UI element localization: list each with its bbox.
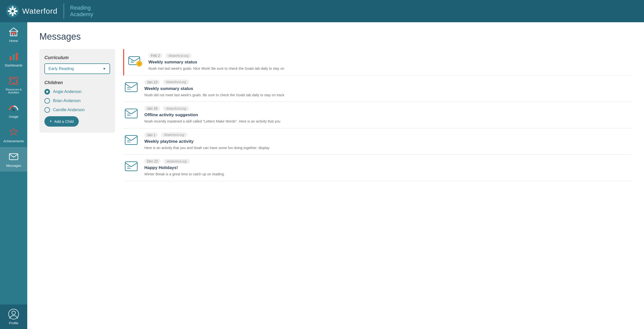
dropdown-arrow-icon: ▼ [102, 67, 106, 71]
svg-rect-40 [125, 162, 137, 171]
dashboards-icon [8, 51, 19, 62]
resources-icon [8, 75, 19, 86]
message-content-1: Jan 23 Waterford.org Weekly summary stat… [144, 80, 632, 98]
message-source-1: Waterford.org [163, 80, 189, 84]
message-content-3: Jan 1 Waterford.org Weekly playtime acti… [144, 132, 632, 151]
sidebar-item-messages[interactable]: Messages [0, 147, 27, 172]
sidebar-item-usage[interactable]: Usage [0, 98, 27, 123]
add-child-label: Add a Child [54, 119, 74, 124]
home-icon [8, 26, 19, 37]
message-preview-4: Winter Break is a great time to catch up… [144, 172, 632, 177]
page-title: Messages [39, 31, 632, 42]
add-child-button[interactable]: + Add a Child [44, 116, 79, 127]
message-date-0: Feb 2 [148, 53, 163, 58]
message-meta-2: Jan 16 Waterford.org [144, 106, 632, 111]
svg-rect-13 [13, 32, 14, 34]
message-icon-4 [123, 159, 139, 175]
svg-rect-12 [11, 32, 12, 34]
message-date-1: Jan 23 [144, 80, 160, 85]
message-meta-0: Feb 2 Waterford.org [148, 53, 632, 58]
sidebar-item-dashboards[interactable]: Dashboards [0, 47, 27, 71]
messages-icon [8, 151, 19, 162]
message-source-0: Waterford.org [166, 53, 192, 58]
message-item-2[interactable]: Jan 16 Waterford.org Offline activity su… [123, 102, 632, 128]
usage-icon [8, 102, 19, 113]
children-label: Children [44, 80, 110, 85]
sidebar: Home Dashboards Resources & Activiti [0, 22, 27, 329]
achievements-label: Achievements [3, 139, 24, 143]
svg-line-20 [12, 108, 14, 110]
home-label: Home [9, 39, 18, 43]
message-meta-1: Jan 23 Waterford.org [144, 80, 632, 85]
message-preview-2: Noah recently mastered a skill called "L… [144, 119, 632, 124]
message-preview-0: Noah met last week's goals. Nice Work! B… [148, 66, 632, 71]
svg-rect-17 [16, 53, 18, 60]
message-title-4: Happy Holidays! [144, 165, 632, 170]
achievements-icon [8, 127, 19, 138]
message-preview-3: Here is an activity that you and Noah ca… [144, 146, 632, 151]
message-content-0: Feb 2 Waterford.org Weekly summary statu… [148, 53, 632, 71]
message-icon-0 [127, 53, 143, 69]
main-layout: Home Dashboards Resources & Activiti [0, 22, 644, 329]
svg-point-9 [11, 10, 14, 12]
message-item-3[interactable]: Jan 1 Waterford.org Weekly playtime acti… [123, 128, 632, 155]
radio-angie[interactable] [44, 89, 50, 95]
messages-layout: Curriculum Early Reading ▼ Children Angi… [39, 49, 632, 181]
svg-rect-16 [13, 54, 15, 60]
plus-icon: + [49, 119, 52, 124]
sidebar-item-profile[interactable]: Profile [0, 304, 27, 329]
svg-point-4 [14, 10, 18, 12]
message-title-2: Offline activity suggestion [144, 112, 632, 118]
child-item-0[interactable]: Angie Anderson [44, 89, 110, 95]
curriculum-panel: Curriculum Early Reading ▼ Children Angi… [39, 49, 115, 133]
svg-rect-29 [139, 65, 140, 65]
message-item-4[interactable]: Dec 22 Waterford.org Happy Holidays! Win… [123, 155, 632, 181]
header-subtitle: Reading Academy [70, 5, 93, 18]
child-item-2[interactable]: Camille Anderson [44, 107, 110, 113]
message-source-2: Waterford.org [163, 106, 189, 111]
svg-point-2 [12, 12, 14, 16]
content-area: Messages Curriculum Early Reading ▼ Chil… [27, 22, 644, 329]
dashboards-label: Dashboards [5, 63, 22, 67]
app-header: Waterford Reading Academy [0, 0, 644, 22]
profile-label: Profile [9, 321, 18, 325]
sidebar-item-resources[interactable]: Resources & Activities [0, 71, 27, 98]
message-date-2: Jan 16 [144, 106, 160, 111]
child-name-1: Brian Anderson [53, 99, 80, 103]
profile-icon [8, 309, 19, 320]
message-title-0: Weekly summary status [148, 60, 632, 65]
svg-rect-22 [9, 154, 18, 160]
sidebar-item-home[interactable]: Home [0, 22, 27, 47]
resources-label: Resources & Activities [2, 88, 25, 94]
child-name-0: Angie Anderson [53, 89, 82, 94]
message-icon-3 [123, 132, 139, 149]
svg-point-1 [12, 6, 14, 10]
logo-icon [6, 5, 19, 18]
message-item-0[interactable]: Feb 2 Waterford.org Weekly summary statu… [123, 49, 632, 76]
message-content-4: Dec 22 Waterford.org Happy Holidays! Win… [144, 159, 632, 177]
sidebar-item-achievements[interactable]: Achievements [0, 123, 27, 147]
message-meta-4: Dec 22 Waterford.org [144, 159, 632, 164]
logo[interactable]: Waterford [6, 5, 58, 18]
message-icon-1 [123, 80, 139, 96]
message-preview-1: Noah did not meet last week's goals. Be … [144, 93, 632, 98]
message-meta-3: Jan 1 Waterford.org [144, 132, 632, 137]
message-content-2: Jan 16 Waterford.org Offline activity su… [144, 106, 632, 124]
svg-rect-34 [125, 109, 137, 118]
curriculum-value: Early Reading [48, 66, 74, 71]
usage-label: Usage [9, 115, 18, 119]
svg-point-3 [8, 10, 12, 12]
message-item-1[interactable]: Jan 23 Waterford.org Weekly summary stat… [123, 76, 632, 102]
child-item-1[interactable]: Brian Anderson [44, 98, 110, 104]
messages-label: Messages [6, 164, 21, 168]
curriculum-label: Curriculum [44, 55, 110, 60]
radio-camille[interactable] [44, 107, 50, 113]
logo-text: Waterford [22, 7, 58, 15]
message-source-3: Waterford.org [161, 132, 187, 137]
radio-brian[interactable] [44, 98, 50, 104]
curriculum-select[interactable]: Early Reading ▼ [44, 63, 110, 74]
svg-rect-15 [10, 56, 12, 60]
header-divider [64, 4, 64, 19]
message-title-3: Weekly playtime activity [144, 139, 632, 144]
message-date-3: Jan 1 [144, 132, 158, 137]
